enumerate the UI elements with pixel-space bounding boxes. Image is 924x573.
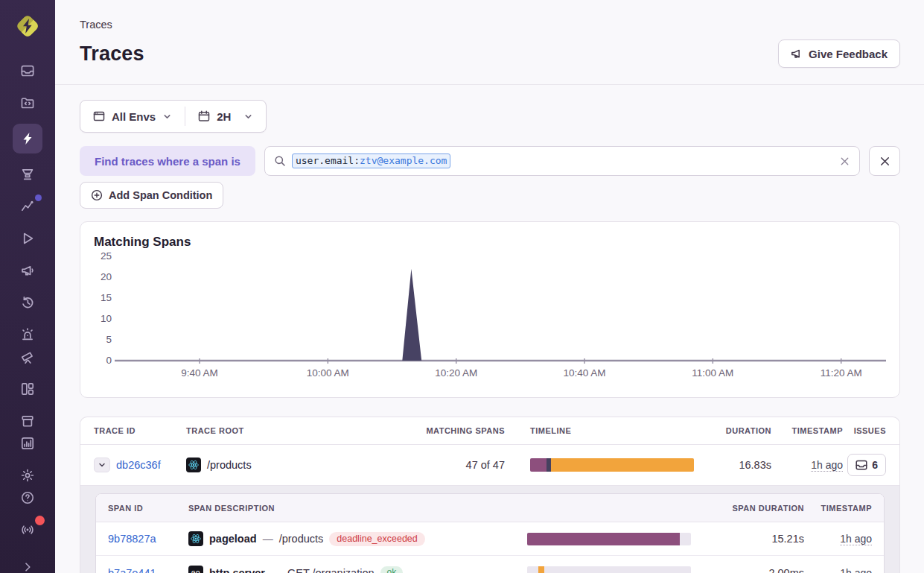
metrics-notification-dot xyxy=(35,194,42,201)
col-duration: DURATION xyxy=(726,426,771,435)
lightning-bolt-icon xyxy=(21,132,34,145)
sidebar-item-metrics[interactable] xyxy=(15,195,40,218)
megaphone-icon xyxy=(21,264,34,277)
col-trace-id: TRACE ID xyxy=(94,426,186,435)
search-token[interactable]: user.email:ztv@example.com xyxy=(292,153,451,168)
sidebar-item-help[interactable] xyxy=(15,487,40,509)
sidebar-item-user-feedback[interactable] xyxy=(15,259,40,282)
y-axis-tick-label: 5 xyxy=(92,334,112,345)
col-span-duration: SPAN DURATION xyxy=(732,504,804,513)
span-description: GET /organization xyxy=(287,567,375,573)
span-duration: 2.00ms xyxy=(768,567,804,573)
funnel-projector-icon xyxy=(21,168,34,181)
collapse-trace-button[interactable] xyxy=(94,458,110,472)
expanded-trace-section: SPAN ID SPAN DESCRIPTION SPAN DURATION T… xyxy=(80,486,899,573)
clock-history-icon xyxy=(21,296,34,309)
sidebar-item-dashboards[interactable] xyxy=(15,378,40,400)
y-axis-tick-label: 20 xyxy=(92,271,112,282)
span-search-input[interactable]: user.email:ztv@example.com xyxy=(264,146,860,176)
code-folder-icon xyxy=(21,96,34,110)
add-span-condition-button[interactable]: Add Span Condition xyxy=(80,182,223,209)
remove-condition-button[interactable] xyxy=(869,146,900,176)
breadcrumb[interactable]: Traces xyxy=(80,19,900,31)
span-timestamp[interactable]: 1h ago xyxy=(840,533,872,545)
sidebar-item-replays[interactable] xyxy=(15,227,40,250)
span-timeline-bar[interactable] xyxy=(527,566,691,573)
span-condition-row: Find traces where a span is user.email:z… xyxy=(80,146,900,176)
page-title: Traces xyxy=(80,42,144,66)
add-span-condition-label: Add Span Condition xyxy=(109,189,212,201)
search-token-value: ztv@example.com xyxy=(360,155,447,166)
trace-id-link[interactable]: db26c36f xyxy=(116,459,161,471)
search-token-key: user.email: xyxy=(296,155,360,166)
issues-icon xyxy=(21,64,34,77)
spans-table-header: SPAN ID SPAN DESCRIPTION SPAN DURATION T… xyxy=(96,494,884,522)
sidebar-item-history[interactable] xyxy=(15,291,40,314)
react-platform-icon xyxy=(188,531,203,546)
telescope-icon xyxy=(21,350,34,364)
traces-table-header: TRACE ID TRACE ROOT MATCHING SPANS TIMEL… xyxy=(80,417,899,445)
span-timeline-bar[interactable] xyxy=(527,533,691,545)
span-description: /products xyxy=(279,533,324,545)
matching-spans-value: 47 of 47 xyxy=(466,459,505,471)
siren-icon xyxy=(21,328,34,341)
time-range-filter-label: 2H xyxy=(217,110,231,123)
sidebar-item-traces[interactable] xyxy=(13,124,42,153)
sidebar-collapse-button[interactable] xyxy=(22,561,34,573)
sidebar-item-alerts[interactable] xyxy=(15,323,40,346)
sentry-logo[interactable] xyxy=(13,12,42,43)
matching-spans-chart[interactable]: 05101520259:40 AM10:00 AM10:20 AM10:40 A… xyxy=(92,256,889,382)
megaphone-icon xyxy=(791,48,803,60)
span-status-badge: ok xyxy=(380,566,404,573)
trace-issues-button[interactable]: 6 xyxy=(847,454,886,476)
y-axis-tick-label: 15 xyxy=(92,292,112,303)
span-op: pageload xyxy=(209,533,257,545)
col-timestamp: TIMESTAMP xyxy=(792,426,843,435)
close-icon xyxy=(879,155,891,168)
x-axis-tick-label: 11:20 AM xyxy=(808,367,875,379)
give-feedback-button[interactable]: Give Feedback xyxy=(778,39,900,68)
time-range-filter[interactable]: 2H xyxy=(185,101,266,132)
help-icon xyxy=(21,491,34,504)
trace-duration: 16.83s xyxy=(739,459,771,471)
y-axis-tick-label: 0 xyxy=(92,355,112,366)
sidebar-item-issues[interactable] xyxy=(15,60,40,82)
clear-search-button[interactable] xyxy=(839,156,850,167)
col-timeline: TIMELINE xyxy=(530,426,701,435)
sidebar xyxy=(0,0,55,573)
x-axis-tick-label: 10:40 AM xyxy=(551,367,618,379)
span-row: 9b78827a pageload — /products deadline_e… xyxy=(96,522,884,556)
chevron-down-icon xyxy=(243,112,253,121)
span-timestamp[interactable]: 1h ago xyxy=(840,567,872,573)
sidebar-item-insights[interactable] xyxy=(15,163,40,186)
sidebar-item-whats-new[interactable] xyxy=(15,519,40,541)
window-icon xyxy=(93,110,105,122)
sidebar-item-projects[interactable] xyxy=(15,92,40,114)
trace-row: db26c36f /products 47 of 47 16.83s 1h ag… xyxy=(80,445,899,486)
sidebar-item-settings[interactable] xyxy=(15,464,40,487)
span-id-link[interactable]: 9b78827a xyxy=(108,533,156,545)
trace-timeline-bar[interactable] xyxy=(530,458,694,472)
col-span-timestamp: TIMESTAMP xyxy=(821,504,872,513)
traces-table: TRACE ID TRACE ROOT MATCHING SPANS TIMEL… xyxy=(80,417,900,573)
chevron-down-icon xyxy=(162,112,172,121)
dashboard-layout-icon xyxy=(21,382,34,396)
plus-circle-icon xyxy=(91,189,103,201)
sidebar-item-stats[interactable] xyxy=(15,432,40,455)
span-op: http.server xyxy=(209,567,265,573)
spans-table: SPAN ID SPAN DESCRIPTION SPAN DURATION T… xyxy=(95,493,885,573)
trace-timestamp[interactable]: 1h ago xyxy=(811,459,843,472)
sidebar-item-discover[interactable] xyxy=(15,346,40,368)
search-icon xyxy=(274,155,286,167)
col-span-description: SPAN DESCRIPTION xyxy=(188,504,527,513)
x-axis-tick-label: 10:00 AM xyxy=(294,367,361,379)
span-separator: — xyxy=(271,567,281,573)
chart-title: Matching Spans xyxy=(80,222,899,250)
archive-box-icon xyxy=(21,414,34,428)
col-issues: ISSUES xyxy=(854,426,886,435)
span-id-link[interactable]: b7a7e441 xyxy=(108,567,156,573)
span-separator: — xyxy=(263,533,273,545)
environment-filter[interactable]: All Envs xyxy=(80,101,185,132)
sidebar-item-releases[interactable] xyxy=(15,410,40,432)
chevron-down-icon xyxy=(98,460,106,469)
